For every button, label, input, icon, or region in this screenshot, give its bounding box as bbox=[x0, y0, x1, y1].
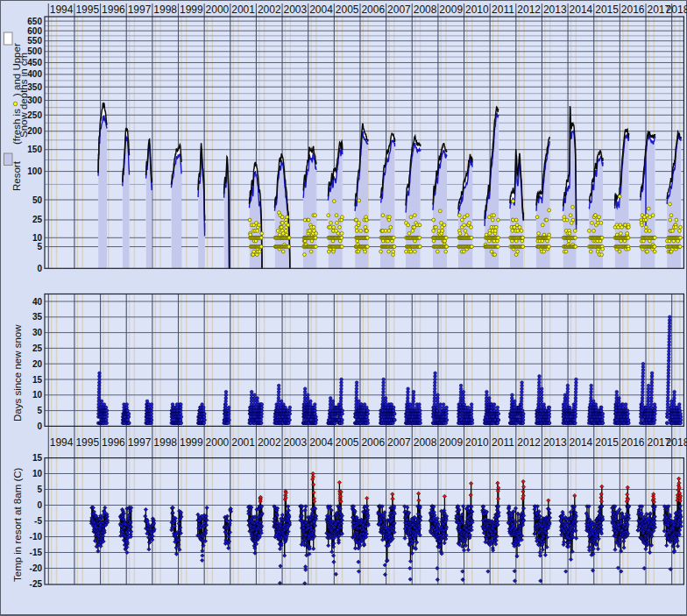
days-since-snow-dot bbox=[466, 406, 470, 409]
days-since-snow-dot bbox=[666, 400, 669, 403]
p1-tick-10: 10 bbox=[32, 233, 43, 243]
days-since-snow-dot bbox=[150, 412, 153, 415]
days-since-snow-dot bbox=[227, 415, 230, 419]
days-since-snow-dot bbox=[260, 409, 264, 413]
top-year-label-2008: 2008 bbox=[414, 4, 437, 16]
days-since-snow-dot bbox=[433, 400, 436, 403]
fresh-snow-dot bbox=[392, 236, 395, 239]
fresh-snow-dot bbox=[414, 250, 417, 253]
fresh-snow-dot bbox=[281, 232, 285, 236]
fresh-snow-dot bbox=[379, 250, 383, 253]
top-year-label-2016: 2016 bbox=[621, 4, 645, 16]
days-since-snow-dot bbox=[669, 315, 672, 319]
days-since-snow-dot bbox=[382, 387, 386, 391]
days-since-snow-dot bbox=[105, 412, 109, 415]
p1-tick-50: 50 bbox=[32, 195, 43, 205]
days-since-snow-dot bbox=[653, 415, 656, 419]
days-since-snow-dot bbox=[650, 384, 654, 387]
p1-tick-400: 400 bbox=[27, 69, 42, 79]
days-since-snow-dot bbox=[590, 390, 593, 393]
days-since-snow-dot bbox=[260, 406, 264, 409]
fresh-snow-dot bbox=[285, 230, 288, 233]
mid-year-label-1999: 1999 bbox=[180, 436, 203, 449]
fresh-snow-dot bbox=[366, 245, 370, 249]
fresh-snow-dot bbox=[516, 230, 520, 233]
fresh-snow-dot bbox=[487, 239, 491, 243]
days-since-snow-dot bbox=[521, 415, 525, 419]
fresh-snow-dot bbox=[648, 230, 651, 233]
days-since-snow-dot bbox=[649, 406, 653, 409]
days-since-snow-dot bbox=[667, 393, 670, 397]
fresh-snow-dot bbox=[438, 209, 442, 213]
p3-tick--15: -15 bbox=[30, 548, 43, 557]
p1-tick-0: 0 bbox=[37, 264, 42, 273]
days-since-snow-dot bbox=[384, 400, 387, 403]
fresh-snow-dot bbox=[574, 245, 577, 249]
top-year-label-2014: 2014 bbox=[570, 4, 593, 16]
top-year-label-2005: 2005 bbox=[336, 4, 359, 16]
top-year-label-2006: 2006 bbox=[361, 4, 385, 16]
fresh-snow-dot bbox=[548, 233, 551, 237]
fresh-snow-dot bbox=[623, 239, 627, 243]
days-since-snow-dot bbox=[340, 390, 344, 393]
days-since-snow-dot bbox=[537, 384, 541, 387]
days-since-snow-dot bbox=[365, 415, 369, 419]
days-since-snow-dot bbox=[436, 393, 440, 397]
days-since-snow-dot bbox=[366, 409, 370, 413]
days-since-snow-dot bbox=[568, 406, 571, 409]
fresh-snow-dot bbox=[287, 245, 291, 249]
fresh-snow-dot bbox=[644, 225, 648, 229]
days-since-snow-dot bbox=[666, 421, 669, 425]
fresh-snow-dot bbox=[303, 239, 307, 243]
fresh-snow-dot bbox=[365, 236, 369, 239]
fresh-snow-dot bbox=[651, 214, 655, 217]
days-since-snow-dot bbox=[224, 400, 228, 403]
fresh-snow-dot bbox=[521, 236, 525, 239]
fresh-snow-dot bbox=[336, 232, 340, 236]
days-since-snow-dot bbox=[542, 403, 546, 407]
fresh-snow-dot bbox=[647, 207, 650, 210]
p3-tick--25: -25 bbox=[30, 579, 43, 589]
fresh-snow-dot bbox=[564, 250, 568, 253]
days-since-snow-dot bbox=[496, 421, 499, 425]
fresh-snow-dot bbox=[359, 230, 363, 233]
fresh-snow-dot bbox=[443, 239, 447, 243]
fresh-snow-dot bbox=[679, 225, 683, 229]
top-year-label-2003: 2003 bbox=[284, 4, 308, 16]
days-since-snow-dot bbox=[668, 325, 671, 329]
fresh-snow-dot bbox=[314, 214, 317, 217]
days-since-snow-dot bbox=[627, 419, 630, 422]
days-since-snow-dot bbox=[667, 369, 670, 372]
days-since-snow-dot bbox=[459, 384, 463, 387]
days-since-snow-dot bbox=[470, 412, 473, 415]
days-since-snow-dot bbox=[522, 412, 526, 415]
days-since-snow-dot bbox=[382, 378, 386, 381]
fresh-snow-dot bbox=[653, 250, 656, 253]
fresh-snow-dot bbox=[653, 245, 656, 249]
fresh-snow-dot bbox=[389, 225, 393, 229]
days-since-snow-dot bbox=[406, 400, 409, 403]
fresh-snow-dot bbox=[280, 225, 283, 229]
days-since-snow-dot bbox=[366, 419, 370, 422]
fresh-snow-dot bbox=[391, 239, 394, 243]
days-since-snow-dot bbox=[650, 393, 654, 397]
mid-year-label-2010: 2010 bbox=[465, 436, 489, 449]
days-since-snow-dot bbox=[679, 412, 683, 415]
fresh-snow-dot bbox=[309, 250, 313, 253]
days-since-snow-dot bbox=[521, 381, 524, 385]
days-since-snow-dot bbox=[668, 334, 671, 337]
days-since-snow-dot bbox=[548, 415, 551, 419]
fresh-snow-dot bbox=[571, 218, 575, 222]
days-since-snow-dot bbox=[538, 381, 542, 385]
days-since-snow-dot bbox=[419, 421, 422, 425]
days-since-snow-dot bbox=[418, 415, 421, 419]
p2-tick-0: 0 bbox=[37, 421, 42, 431]
top-year-label-2009: 2009 bbox=[439, 4, 463, 16]
days-since-snow-dot bbox=[433, 384, 436, 387]
days-since-snow-dot bbox=[650, 397, 654, 400]
days-since-snow-dot bbox=[492, 403, 496, 407]
days-since-snow-dot bbox=[444, 421, 448, 425]
fresh-snow-dot bbox=[679, 236, 683, 239]
days-since-snow-dot bbox=[97, 387, 101, 391]
fresh-snow-dot bbox=[514, 239, 518, 243]
